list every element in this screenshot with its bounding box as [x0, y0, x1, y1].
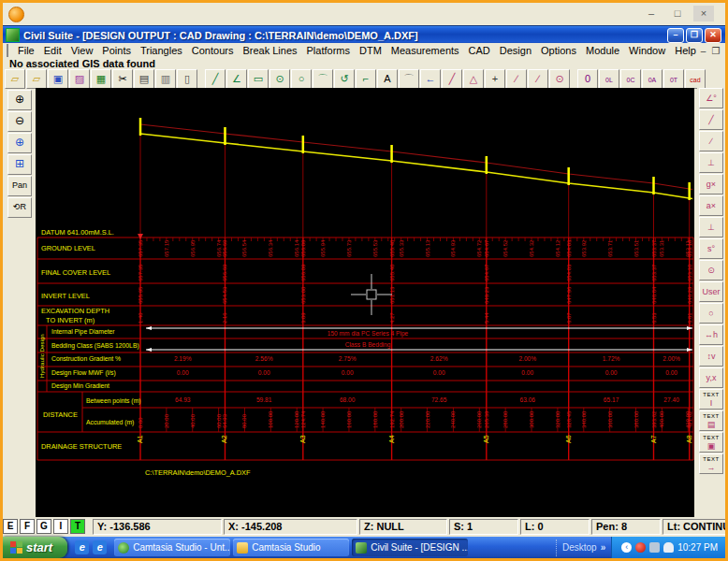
mouse-icon[interactable]	[663, 542, 674, 553]
node-snap-button[interactable]: ⊥	[699, 217, 723, 237]
taskbar-task-camtasia[interactable]: Camtasia Studio - Unt...	[114, 539, 230, 556]
menu-cad[interactable]: CAD	[464, 44, 495, 57]
menu-window[interactable]: Window	[624, 44, 670, 57]
angle-measure-button[interactable]: ∠°	[699, 88, 723, 108]
draw-circle-center-button[interactable]: ⊙	[269, 69, 290, 89]
volume-icon[interactable]	[649, 542, 660, 553]
paste-button[interactable]: ▥	[155, 69, 176, 89]
draw-arc-button[interactable]: ⌒	[313, 69, 333, 89]
grid-snap-button[interactable]: g×	[699, 174, 723, 194]
open-file-button[interactable]: ▱	[5, 69, 25, 89]
perpendicular-snap-button[interactable]: ⊥	[699, 152, 723, 173]
toggle-g-button[interactable]: G	[36, 519, 51, 534]
menu-edit[interactable]: Edit	[39, 44, 66, 57]
segment-snap-button[interactable]: ╱	[699, 109, 723, 130]
draw-rectangle-button[interactable]: ▭	[248, 69, 269, 89]
circle-snap-button[interactable]: ○	[699, 303, 723, 324]
open-project-button[interactable]: ▱	[26, 69, 47, 89]
vertical-snap-button[interactable]: ↕v	[699, 346, 723, 367]
close-button[interactable]: ✕	[705, 28, 721, 43]
minimize-button[interactable]: –	[641, 6, 662, 22]
menu-design[interactable]: Design	[495, 44, 536, 57]
menu-module[interactable]: Module	[581, 44, 624, 57]
text-save-button[interactable]: TEXT▣	[699, 432, 723, 453]
center-snap-button[interactable]: ⊙	[699, 260, 723, 280]
camtasia-recording-dot-icon[interactable]	[635, 542, 646, 553]
menu-dtm[interactable]: DTM	[355, 44, 386, 57]
toggle-t-button[interactable]: T	[70, 519, 85, 534]
start-button[interactable]: start	[3, 537, 67, 558]
mdi-minimize-button[interactable]: –	[701, 46, 706, 56]
text-copy-button[interactable]: TEXT▤	[699, 410, 723, 431]
menu-contours[interactable]: Contours	[187, 44, 239, 57]
point-divide-button[interactable]: ∕	[528, 69, 548, 89]
pan-button[interactable]: Pan	[7, 176, 32, 196]
snap-line-button[interactable]: ╱	[442, 69, 462, 89]
apparent-intersection-snap-button[interactable]: a×	[699, 195, 723, 216]
copy-button[interactable]: ▤	[134, 69, 154, 89]
menu-platforms[interactable]: Platforms	[302, 44, 355, 57]
point-on-line-button[interactable]: ∕	[506, 69, 527, 89]
menu-break-lines[interactable]: Break Lines	[238, 44, 301, 57]
restore-button[interactable]: ❐	[686, 28, 703, 43]
move-cross-button[interactable]: +	[485, 69, 505, 89]
toggle-e-button[interactable]: E	[3, 519, 18, 534]
draw-text-button[interactable]: A	[377, 69, 398, 89]
hide-icons-chevron-icon[interactable]: ‹	[621, 542, 632, 553]
point-circle-button[interactable]: ⊙	[549, 69, 570, 89]
close-button[interactable]: ×	[693, 6, 714, 22]
maximize-button[interactable]: □	[667, 6, 688, 22]
zoom-out-button[interactable]: ⊖	[7, 111, 32, 132]
taskbar-task-civil-suite[interactable]: Civil Suite - [DESIGN ...	[352, 539, 468, 556]
info-zero-length-button[interactable]: 0L	[599, 69, 619, 89]
draw-curve-button[interactable]: ⌒	[399, 69, 419, 89]
toggle-f-button[interactable]: F	[20, 519, 35, 534]
new-sheet-button[interactable]: ▯	[177, 69, 197, 89]
app-titlebar[interactable]: Civil Suite - [DESIGN OUTPUT : CAD Drawi…	[3, 25, 725, 44]
toggle-i-button[interactable]: I	[53, 519, 68, 534]
cad-drawing-canvas[interactable]: DATUM 641.00mM.S.L.GROUND LEVELFINAL COV…	[36, 88, 694, 517]
zoom-in-button[interactable]: ⊕	[7, 90, 32, 110]
midpoint-snap-button[interactable]: ∕	[699, 131, 723, 151]
minimize-button[interactable]: –	[667, 28, 684, 43]
draw-triangle-button[interactable]: △	[463, 69, 484, 89]
redraw-button[interactable]: ⟲R	[7, 197, 32, 218]
cut-button[interactable]: ✂	[112, 69, 133, 89]
mdi-document-icon[interactable]	[7, 44, 8, 57]
draw-ellipse-button[interactable]: ○	[291, 69, 312, 89]
menu-file[interactable]: File	[13, 44, 39, 57]
zoom-window-button[interactable]: ⊞	[7, 154, 32, 175]
save-button[interactable]: ▣	[48, 69, 68, 89]
draw-arc-3pt-button[interactable]: ↺	[334, 69, 355, 89]
draw-line-button[interactable]: ╱	[205, 69, 226, 89]
mdi-restore-button[interactable]: ❐	[711, 46, 720, 56]
horizontal-snap-button[interactable]: ↔h	[699, 324, 723, 345]
menu-points[interactable]: Points	[97, 44, 136, 57]
menu-triangles[interactable]: Triangles	[136, 44, 187, 57]
info-zero-total-button[interactable]: 0T	[663, 69, 684, 89]
zoom-extents-button[interactable]: ⊕	[7, 133, 32, 153]
spreadsheet-button[interactable]: ▦	[91, 69, 111, 89]
internet-explorer-icon[interactable]: e	[75, 540, 89, 554]
menu-view[interactable]: View	[66, 44, 98, 57]
menu-help[interactable]: Help	[670, 44, 701, 57]
menu-options[interactable]: Options	[536, 44, 581, 57]
user-snap-button[interactable]: User	[699, 281, 723, 302]
info-zero-area-button[interactable]: 0A	[642, 69, 662, 89]
menu-measurements[interactable]: Measurements	[386, 44, 464, 57]
text-move-button[interactable]: TEXT→	[699, 453, 723, 474]
info-zero-button[interactable]: 0	[577, 69, 598, 89]
snap-angle-button[interactable]: s°	[699, 238, 723, 259]
camtasia-record-dot-icon[interactable]	[8, 7, 24, 22]
fillet-button[interactable]: ⌐	[356, 69, 376, 89]
image-export-button[interactable]: ▨	[69, 69, 90, 89]
draw-polyline-button[interactable]: ∠	[226, 69, 247, 89]
coordinate-snap-button[interactable]: y,x	[699, 367, 723, 388]
desktop-toolbar[interactable]: Desktop »	[556, 539, 611, 556]
taskbar-task-folder[interactable]: Camtasia Studio	[233, 539, 349, 556]
text-edit-button[interactable]: TEXTI	[699, 389, 723, 410]
info-zero-coord-button[interactable]: 0C	[620, 69, 641, 89]
undo-button[interactable]: ←	[420, 69, 441, 89]
internet-explorer-icon[interactable]: e	[93, 540, 107, 554]
cad-mode-button[interactable]: cad	[685, 69, 706, 89]
